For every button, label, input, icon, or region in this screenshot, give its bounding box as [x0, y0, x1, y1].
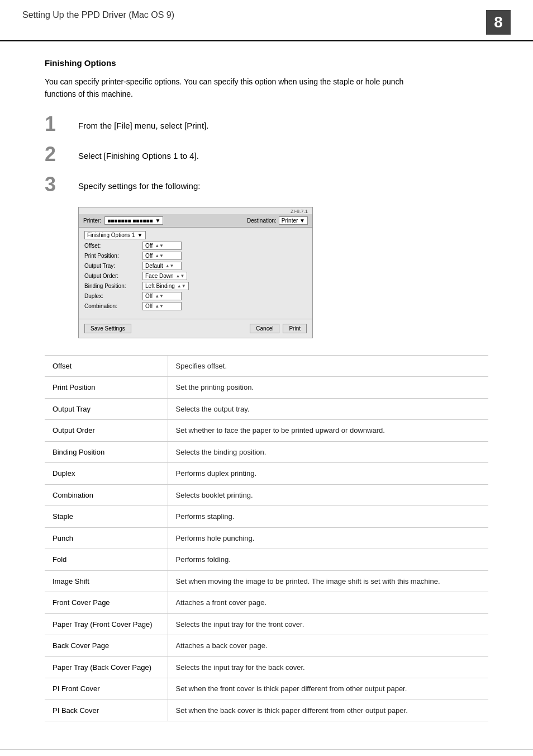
option-name: Paper Tray (Front Cover Page) [45, 613, 168, 635]
dialog-destination-label: Destination: [247, 218, 277, 224]
option-name: Binding Position [45, 441, 168, 463]
dialog-top-right: Destination: Printer ▼ [247, 216, 308, 225]
dialog-label-combination: Combination: [84, 303, 140, 309]
option-description: Selects the output tray. [168, 398, 488, 420]
save-settings-button[interactable]: Save Settings [84, 324, 131, 333]
dialog-field-output-tray: Output Tray: Default ▲▼ [84, 262, 307, 270]
dialog-select-duplex[interactable]: Off ▲▼ [142, 292, 182, 300]
combination-stepper: ▲▼ [155, 304, 164, 309]
cancel-button[interactable]: Cancel [250, 324, 279, 333]
print-position-stepper: ▲▼ [155, 253, 164, 258]
option-name: Output Tray [45, 398, 168, 420]
dialog-screenshot: ZI-8.7.1 Printer: ■■■■■■■ ■■■■■■ ▼ Desti… [78, 207, 313, 338]
dialog-printer-select[interactable]: ■■■■■■■ ■■■■■■ ▼ [104, 216, 163, 225]
print-button[interactable]: Print [283, 324, 307, 333]
dialog-footer: Save Settings Cancel Print [79, 319, 312, 338]
dialog-options-value: Finishing Options 1 [87, 232, 135, 238]
option-name: Back Cover Page [45, 635, 168, 657]
options-table: Offset Specifies offset. Print Position … [45, 355, 488, 722]
dialog-top-bar: Printer: ■■■■■■■ ■■■■■■ ▼ Destination: P… [79, 214, 312, 228]
table-row: Combination Selects booklet printing. [45, 484, 488, 506]
printer-dropdown-arrow: ▼ [155, 218, 161, 224]
option-description: Performs folding. [168, 549, 488, 571]
option-name: PI Front Cover [45, 678, 168, 700]
dialog-options-row: Finishing Options 1 ▼ [84, 231, 307, 239]
dialog-select-output-tray[interactable]: Default ▲▼ [142, 262, 182, 270]
option-description: Set when the back cover is thick paper d… [168, 700, 488, 721]
option-description: Specifies offset. [168, 355, 488, 377]
dialog-field-offset: Offset: Off ▲▼ [84, 242, 307, 250]
destination-dropdown-arrow: ▼ [299, 218, 305, 224]
option-description: Selects booklet printing. [168, 484, 488, 506]
table-row: PI Front Cover Set when the front cover … [45, 678, 488, 700]
dialog-label-duplex: Duplex: [84, 293, 140, 299]
dialog-label-output-order: Output Order: [84, 273, 140, 279]
dialog-select-combination[interactable]: Off ▲▼ [142, 302, 182, 310]
dialog-destination-select[interactable]: Printer ▼ [279, 216, 308, 225]
option-description: Performs stapling. [168, 506, 488, 528]
dialog-select-print-position[interactable]: Off ▲▼ [142, 252, 182, 260]
dialog-printer-value: ■■■■■■■ ■■■■■■ [107, 218, 153, 224]
dialog-select-offset[interactable]: Off ▲▼ [142, 242, 182, 250]
chapter-number: 8 [486, 10, 511, 35]
option-name: Image Shift [45, 570, 168, 592]
dialog-field-duplex: Duplex: Off ▲▼ [84, 292, 307, 300]
option-description: Performs hole punching. [168, 527, 488, 549]
option-description: Selects the input tray for the front cov… [168, 613, 488, 635]
dialog-action-buttons: Cancel Print [250, 324, 307, 333]
dialog-body: Finishing Options 1 ▼ Offset: Off ▲▼ Pri… [79, 228, 312, 315]
option-name: Combination [45, 484, 168, 506]
intro-text: You can specify printer-specific options… [45, 75, 436, 101]
step-3-number: 3 [45, 174, 78, 195]
option-name: PI Back Cover [45, 700, 168, 721]
option-name: Print Position [45, 377, 168, 399]
table-row: Front Cover Page Attaches a front cover … [45, 592, 488, 614]
table-row: Back Cover Page Attaches a back cover pa… [45, 635, 488, 657]
option-name: Duplex [45, 463, 168, 485]
dialog-field-binding-position: Binding Position: Left Binding ▲▼ [84, 282, 307, 290]
dialog-options-dropdown[interactable]: Finishing Options 1 ▼ [84, 231, 146, 239]
option-description: Selects the binding position. [168, 441, 488, 463]
dialog-label-print-position: Print Position: [84, 253, 140, 259]
dialog-label-output-tray: Output Tray: [84, 263, 140, 269]
dialog-top-left: Printer: ■■■■■■■ ■■■■■■ ▼ [83, 216, 163, 225]
option-description: Performs duplex printing. [168, 463, 488, 485]
offset-stepper: ▲▼ [155, 243, 164, 248]
dialog-field-combination: Combination: Off ▲▼ [84, 302, 307, 310]
table-row: PI Back Cover Set when the back cover is… [45, 700, 488, 721]
table-row: Output Tray Selects the output tray. [45, 398, 488, 420]
dialog-select-output-order[interactable]: Face Down ▲▼ [142, 272, 187, 280]
option-description: Set whether to face the paper to be prin… [168, 420, 488, 442]
option-description: Set the printing position. [168, 377, 488, 399]
output-order-stepper: ▲▼ [176, 273, 185, 278]
page-header: Setting Up the PPD Driver (Mac OS 9) 8 [0, 0, 533, 41]
dialog-label-offset: Offset: [84, 243, 140, 249]
dialog-version: ZI-8.7.1 [79, 207, 312, 214]
table-row: Binding Position Selects the binding pos… [45, 441, 488, 463]
content-area: Finishing Options You can specify printe… [0, 41, 533, 738]
dialog-select-binding-position[interactable]: Left Binding ▲▼ [142, 282, 189, 290]
table-row: Fold Performs folding. [45, 549, 488, 571]
header-title: Setting Up the PPD Driver (Mac OS 9) [22, 10, 174, 20]
option-name: Staple [45, 506, 168, 528]
dialog-printer-label: Printer: [83, 218, 101, 224]
step-2-text: Select [Finishing Options 1 to 4]. [78, 147, 199, 163]
option-description: Attaches a back cover page. [168, 635, 488, 657]
option-description: Attaches a front cover page. [168, 592, 488, 614]
option-name: Punch [45, 527, 168, 549]
table-row: Paper Tray (Front Cover Page) Selects th… [45, 613, 488, 635]
step-3: 3 Specify settings for the following: [45, 177, 488, 195]
option-description: Set when the front cover is thick paper … [168, 678, 488, 700]
page-container: Setting Up the PPD Driver (Mac OS 9) 8 F… [0, 0, 533, 756]
table-row: Duplex Performs duplex printing. [45, 463, 488, 485]
table-row: Image Shift Set when moving the image to… [45, 570, 488, 592]
option-name: Offset [45, 355, 168, 377]
duplex-stepper: ▲▼ [155, 294, 164, 299]
option-description: Set when moving the image to be printed.… [168, 570, 488, 592]
table-row: Punch Performs hole punching. [45, 527, 488, 549]
dialog-field-output-order: Output Order: Face Down ▲▼ [84, 272, 307, 280]
option-name: Output Order [45, 420, 168, 442]
table-row: Output Order Set whether to face the pap… [45, 420, 488, 442]
table-row: Print Position Set the printing position… [45, 377, 488, 399]
step-2: 2 Select [Finishing Options 1 to 4]. [45, 147, 488, 164]
